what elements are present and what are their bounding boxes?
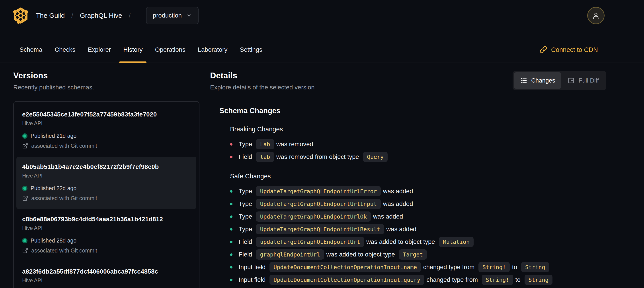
version-card[interactable]: e2e55045345ce13fe07f52a77459b83fa3fe7020… <box>16 104 196 157</box>
schema-code-chip: Mutation <box>439 237 474 247</box>
change-text: to <box>516 276 522 283</box>
change-text: was added to object type <box>366 238 437 245</box>
change-text: changed type from <box>423 263 476 271</box>
change-item: Field updateTargetGraphQLEndpointUrlwas … <box>230 237 606 247</box>
change-list: Type UpdateTargetGraphQLEndpointUrlError… <box>230 186 606 285</box>
change-item: Type UpdateTargetGraphQLEndpointUrlResul… <box>230 224 606 234</box>
versions-subtitle: Recently published schemas. <box>13 84 200 91</box>
change-text: was added <box>383 200 415 207</box>
version-service: Hive API <box>22 173 190 179</box>
schema-code-chip: String <box>524 275 552 285</box>
published-status-dot <box>22 238 28 243</box>
safe-bullet-dot <box>230 253 232 256</box>
schema-code-chip: String <box>521 262 549 272</box>
details-heading-block: Details Explore details of the selected … <box>210 71 315 91</box>
version-card[interactable]: 4b05ab51b1b4a7e2e4b0ef82172f2b9f7ef98c0b… <box>16 157 196 209</box>
hive-logo-icon <box>13 7 28 24</box>
schema-code-chip: graphqlEndpointUrl <box>256 249 324 259</box>
breadcrumb: The Guild / GraphQL Hive / <box>36 12 137 19</box>
safe-bullet-dot <box>230 215 232 218</box>
change-text: was added <box>373 213 405 220</box>
version-service: Hive API <box>22 120 190 126</box>
version-card[interactable]: c8b6e88a06793b9c4dfd54aaa21b36a1b421d812… <box>16 209 196 261</box>
tab-operations[interactable]: Operations <box>149 37 192 63</box>
schema-code-chip: Lab <box>256 139 274 149</box>
safe-bullet-dot <box>230 241 232 243</box>
external-link-icon <box>22 143 28 149</box>
nav-tabs: SchemaChecksExplorerHistoryOperationsLab… <box>13 37 268 63</box>
details-title: Details <box>210 71 315 80</box>
tab-settings[interactable]: Settings <box>234 37 268 63</box>
external-link-icon <box>22 195 28 201</box>
full-diff-view-label: Full Diff <box>578 77 599 84</box>
view-toggle: Changes Full Diff <box>512 71 606 90</box>
version-published: Published 21d ago <box>30 133 76 139</box>
version-git-row[interactable]: associated with Git commit <box>22 143 190 149</box>
change-item: Type UpdateTargetGraphQLEndpointUrlInput… <box>230 199 606 209</box>
schema-code-chip: UpdateTargetGraphQLEndpointUrlInput <box>256 199 381 209</box>
tab-laboratory[interactable]: Laboratory <box>192 37 234 63</box>
schema-changes-section: Schema Changes Breaking ChangesType Labw… <box>210 107 606 285</box>
connect-to-cdn-button[interactable]: Connect to CDN <box>540 46 598 54</box>
version-git-row[interactable]: associated with Git commit <box>22 195 190 201</box>
user-icon <box>592 12 600 20</box>
version-hash: e2e55045345ce13fe07f52a77459b83fa3fe7020 <box>22 111 190 118</box>
connect-to-cdn-label: Connect to CDN <box>551 46 598 54</box>
schema-changes-title: Schema Changes <box>220 107 606 115</box>
version-git-label: associated with Git commit <box>31 195 97 201</box>
change-item: Field graphqlEndpointUrlwas added to obj… <box>230 249 606 259</box>
schema-code-chip: UpdateTargetGraphQLEndpointUrlOk <box>256 211 371 222</box>
version-hash: a823f6db2a55df877dcf406006abca97fcc4858c <box>22 268 190 275</box>
changes-view-button[interactable]: Changes <box>514 72 561 89</box>
list-icon <box>520 77 527 84</box>
change-item: Type Labwas removed <box>230 139 606 149</box>
version-git-label: associated with Git commit <box>31 143 97 149</box>
change-text: changed type from <box>426 276 480 283</box>
breadcrumb-separator: / <box>129 12 130 19</box>
main-content: Versions Recently published schemas. e2e… <box>0 63 644 288</box>
change-text: was removed from object type <box>276 153 361 160</box>
schema-code-chip: String! <box>478 262 510 272</box>
tab-checks[interactable]: Checks <box>48 37 82 63</box>
safe-bullet-dot <box>230 203 232 205</box>
change-group-title: Breaking Changes <box>230 126 606 133</box>
version-hash: c8b6e88a06793b9c4dfd54aaa21b36a1b421d812 <box>22 216 190 223</box>
change-text: Type <box>239 200 254 207</box>
schema-code-chip: Query <box>363 152 388 162</box>
change-text: was removed <box>276 141 315 148</box>
target-select-value: production <box>153 12 182 19</box>
version-service: Hive API <box>22 225 190 231</box>
version-git-row[interactable]: associated with Git commit <box>22 247 190 254</box>
user-avatar-button[interactable] <box>587 7 604 24</box>
header-top-row: The Guild / GraphQL Hive / production <box>0 5 644 26</box>
app-header: The Guild / GraphQL Hive / production Sc… <box>0 0 644 63</box>
schema-code-chip: UpdateTargetGraphQLEndpointUrlResult <box>256 224 384 234</box>
version-card[interactable]: a823f6db2a55df877dcf406006abca97fcc4858c… <box>16 261 196 288</box>
version-list: e2e55045345ce13fe07f52a77459b83fa3fe7020… <box>13 101 200 288</box>
breadcrumb-org[interactable]: The Guild <box>36 12 65 19</box>
change-text: Input field <box>239 263 267 271</box>
target-select-dropdown[interactable]: production <box>146 7 198 24</box>
change-text: Type <box>239 188 254 195</box>
details-pane: Details Explore details of the selected … <box>210 71 606 288</box>
change-item: Input field UpdateDocumentCollectionOper… <box>230 262 606 272</box>
version-hash: 4b05ab51b1b4a7e2e4b0ef82172f2b9f7ef98c0b <box>22 163 190 170</box>
change-text: to <box>512 263 519 271</box>
tab-schema[interactable]: Schema <box>13 37 48 63</box>
version-published-row: Published 28d ago <box>22 237 190 244</box>
version-published: Published 28d ago <box>30 237 76 244</box>
full-diff-view-button[interactable]: Full Diff <box>561 72 605 89</box>
schema-code-chip: String! <box>482 275 513 285</box>
change-text: was added <box>383 188 415 195</box>
change-item: Field labwas removed from object type Qu… <box>230 152 606 162</box>
breadcrumb-project[interactable]: GraphQL Hive <box>80 12 122 19</box>
details-header: Details Explore details of the selected … <box>210 71 606 91</box>
tab-history[interactable]: History <box>117 37 149 63</box>
breaking-bullet-dot <box>230 156 232 158</box>
change-group-breaking: Breaking ChangesType Labwas removed Fiel… <box>220 126 606 162</box>
header-nav-row: SchemaChecksExplorerHistoryOperationsLab… <box>0 37 644 63</box>
version-service: Hive API <box>22 277 190 283</box>
schema-code-chip: lab <box>256 152 274 162</box>
tab-explorer[interactable]: Explorer <box>82 37 117 63</box>
versions-pane: Versions Recently published schemas. e2e… <box>13 71 200 288</box>
